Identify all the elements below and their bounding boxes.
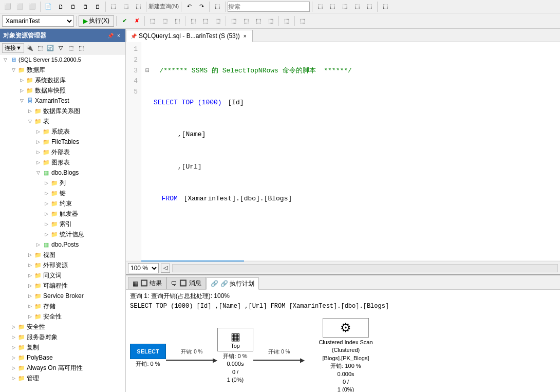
toolbar-btn-10[interactable]: ⬚ <box>120 1 132 12</box>
zoom-select[interactable]: 100 % <box>128 263 159 273</box>
tree-keys-folder[interactable]: ▷ 📁 键 <box>0 188 125 198</box>
graphtables-expander[interactable]: ▷ <box>34 158 42 166</box>
sidebar-toolbar-btn5[interactable]: ⬚ <box>66 44 76 53</box>
tree-statistics-folder[interactable]: ▷ 📁 统计信息 <box>0 229 125 239</box>
code-content[interactable]: ⊟ /****** SSMS 的 SelectTopNRows 命令的脚本 **… <box>141 42 560 260</box>
tree-storage-folder[interactable]: ▷ 📁 存储 <box>0 301 125 311</box>
tree-graph-tables-folder[interactable]: ▷ 📁 图形表 <box>0 157 125 167</box>
toolbar-q4[interactable]: ⬚ <box>188 15 199 27</box>
exttables-expander[interactable]: ▷ <box>34 148 42 156</box>
toolbar-q6[interactable]: ⬚ <box>212 15 223 27</box>
tree-triggers-folder[interactable]: ▷ 📁 触发器 <box>0 209 125 219</box>
toolbar-btn-5[interactable]: 🗋 <box>55 1 66 12</box>
toolbar-btn-redo[interactable]: ↷ <box>196 1 207 12</box>
results-tab[interactable]: ▦ 🔲 结果 <box>128 277 166 289</box>
new-query-btn[interactable]: 📄 <box>43 1 54 12</box>
messages-tab[interactable]: 🗨 🔲 消息 <box>166 277 206 289</box>
toolbar-q11[interactable]: ⬚ <box>281 15 292 27</box>
toolbar-btn-2[interactable]: ⬜ <box>14 1 26 12</box>
tree-dbo-posts-table[interactable]: ▷ ▦ dbo.Posts <box>0 239 125 250</box>
tree-server-security-folder[interactable]: ▷ 📁 安全性 <box>0 322 125 332</box>
tree-service-broker-folder[interactable]: ▷ 📁 Service Broker <box>0 291 125 301</box>
tree-management-folder[interactable]: ▷ 📁 管理 <box>0 373 125 383</box>
tree-db-snapshot-folder[interactable]: ▷ 📁 数据库快照 <box>0 85 125 96</box>
sidebar-refresh-btn[interactable]: 🔄 <box>46 44 55 53</box>
connect-button[interactable]: 连接▼ <box>2 43 24 53</box>
query-tab[interactable]: 📌 SQLQuery1.sql - B...arinTest (S (53)) … <box>126 30 253 42</box>
tree-constraints-folder[interactable]: ▷ 📁 约束 <box>0 198 125 209</box>
tree-columns-folder[interactable]: ▷ 📁 列 <box>0 178 125 188</box>
tree-indexes-folder[interactable]: ▷ 📁 索引 <box>0 219 125 229</box>
toolbar-btn-undo[interactable]: ↶ <box>183 1 195 12</box>
server-expander[interactable]: ▽ <box>1 55 9 64</box>
tree-external-resources-folder[interactable]: ▷ 📁 外部资源 <box>0 260 125 270</box>
posts-expander[interactable]: ▷ <box>34 240 42 249</box>
poly-expander[interactable]: ▷ <box>9 353 17 362</box>
tree-sys-tables-folder[interactable]: ▷ 📁 系统表 <box>0 126 125 137</box>
cols-expander[interactable]: ▷ <box>42 179 50 187</box>
tree-tables-folder[interactable]: ▽ 📁 表 <box>0 116 125 126</box>
views-expander[interactable]: ▷ <box>26 251 34 259</box>
extres-expander[interactable]: ▷ <box>26 261 34 269</box>
storage-expander[interactable]: ▷ <box>26 302 34 310</box>
xamarin-expander[interactable]: ▽ <box>17 97 26 105</box>
tree-replication-folder[interactable]: ▷ 📁 复制 <box>0 342 125 352</box>
stats-expander[interactable]: ▷ <box>42 230 50 238</box>
keys-expander[interactable]: ▷ <box>42 189 50 197</box>
toolbar-btn-8[interactable]: 🗒 <box>92 1 103 12</box>
toolbar-btn-15[interactable]: ⬚ <box>339 1 350 12</box>
tree-system-db-folder[interactable]: ▷ 📁 系统数据库 <box>0 75 125 85</box>
toolbar-btn-6[interactable]: 🗒 <box>67 1 79 12</box>
toolbar-btn-1[interactable]: ⬜ <box>2 1 13 12</box>
query-editor-container[interactable]: 1 2 3 4 5 ⊟ /****** SSMS 的 SelectTopNRow… <box>126 42 560 260</box>
toolbar-btn-11[interactable]: ⬚ <box>133 1 144 12</box>
servobj-expander[interactable]: ▷ <box>9 333 17 341</box>
tree-server-node[interactable]: ▽ 🖥 (SQL Server 15.0.2000.5 <box>0 54 125 65</box>
toolbar-q12[interactable]: ⬚ <box>297 15 308 27</box>
db-folder-expander[interactable]: ▽ <box>9 66 17 74</box>
cancel-query-btn[interactable]: ✘ <box>131 15 142 27</box>
servsec-expander[interactable]: ▷ <box>9 323 17 331</box>
tree-databases-folder[interactable]: ▽ 📁 数据库 <box>0 65 125 75</box>
zoom-scroll-left[interactable]: ◁ <box>161 264 170 273</box>
toolbar-btn-3[interactable]: ⬜ <box>27 1 38 12</box>
snapshot-expander[interactable]: ▷ <box>17 86 26 95</box>
sidebar-toolbar-btn2[interactable]: ⬚ <box>35 44 45 53</box>
tree-filetables-folder[interactable]: ▷ 📁 FileTables <box>0 137 125 147</box>
sb-expander[interactable]: ▷ <box>26 292 34 300</box>
toolbar-q10[interactable]: ⬚ <box>265 15 276 27</box>
tree-external-tables-folder[interactable]: ▷ 📁 外部表 <box>0 147 125 157</box>
toolbar-q1[interactable]: ⬚ <box>147 15 158 27</box>
tree-xamarintest-db[interactable]: ▽ 🗄 XamarinTest <box>0 96 125 106</box>
systables-expander[interactable]: ▷ <box>34 127 42 136</box>
exec-plan-tab[interactable]: 🔗 🔗 执行计划 <box>206 277 259 290</box>
tree-db-security-folder[interactable]: ▷ 📁 安全性 <box>0 311 125 322</box>
constraints-expander[interactable]: ▷ <box>42 199 50 208</box>
fold-indicator-1[interactable]: ⊟ <box>145 66 150 77</box>
tree-server-objects-folder[interactable]: ▷ 📁 服务器对象 <box>0 332 125 342</box>
toolbar-btn-12[interactable]: ⬚ <box>212 1 223 12</box>
sidebar-filter-btn[interactable]: ▽ <box>56 44 65 53</box>
search-box[interactable] <box>228 2 310 12</box>
toolbar-btn-13[interactable]: ⬚ <box>314 1 326 12</box>
ao-expander[interactable]: ▷ <box>9 364 17 372</box>
repl-expander[interactable]: ▷ <box>9 343 17 351</box>
toolbar-q2[interactable]: ⬚ <box>159 15 171 27</box>
diagram-expander[interactable]: ▷ <box>26 107 34 115</box>
tree-views-folder[interactable]: ▷ 📁 视图 <box>0 250 125 260</box>
sidebar-toolbar-btn6[interactable]: ⬚ <box>77 44 86 53</box>
toolbar-q9[interactable]: ⬚ <box>253 15 264 27</box>
toolbar-q3[interactable]: ⬚ <box>172 15 183 27</box>
database-select[interactable]: XamarinTest <box>2 15 74 27</box>
tree-db-diagram-folder[interactable]: ▷ 📁 数据库关系图 <box>0 106 125 116</box>
mgmt-expander[interactable]: ▷ <box>9 374 17 382</box>
toolbar-q7[interactable]: ⬚ <box>228 15 239 27</box>
toolbar-btn-9[interactable]: ⬚ <box>108 1 119 12</box>
sysdb-expander[interactable]: ▷ <box>17 76 26 84</box>
checkmark-btn[interactable]: ✔ <box>119 15 130 27</box>
toolbar-btn-18[interactable]: ⬚ <box>380 1 391 12</box>
toolbar-btn-14[interactable]: ⬚ <box>327 1 338 12</box>
toolbar-btn-17[interactable]: ⬚ <box>364 1 375 12</box>
blogs-expander[interactable]: ▽ <box>34 169 42 177</box>
triggers-expander[interactable]: ▷ <box>42 210 50 218</box>
